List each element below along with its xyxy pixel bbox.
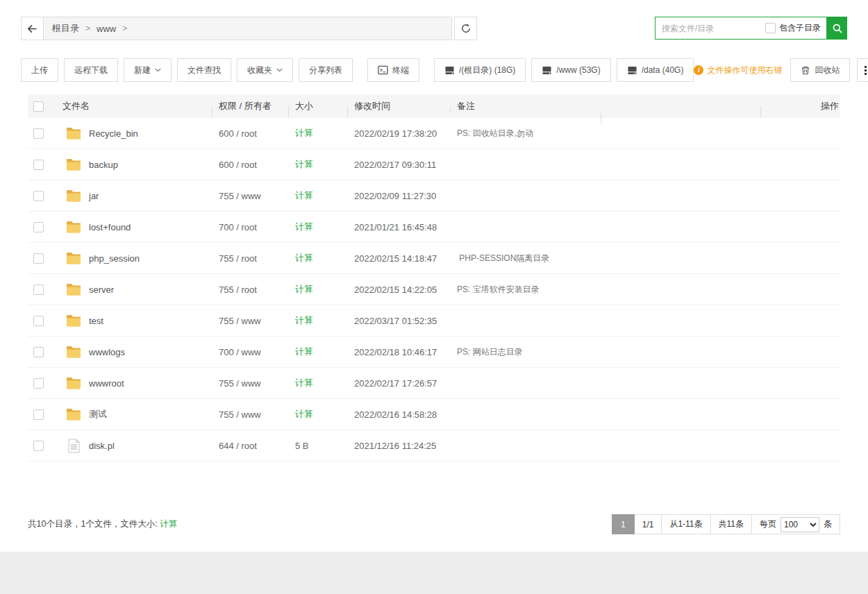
row-checkbox[interactable] [33, 409, 44, 420]
remote-download-button[interactable]: 远程下载 [64, 58, 118, 82]
table-row[interactable]: jar 755 / www 计算 2022/02/09 11:27:30 [28, 180, 840, 212]
file-table-body: Recycle_bin 600 / root 计算 2022/02/19 17:… [28, 118, 840, 461]
disk-icon [627, 66, 637, 75]
folder-icon [65, 343, 82, 360]
search-area: 包含子目录 [655, 17, 847, 40]
file-permission: 755 / www [212, 378, 288, 389]
row-checkbox[interactable] [33, 285, 44, 295]
new-dropdown-button[interactable]: 新建 [124, 58, 172, 82]
row-checkbox[interactable] [33, 253, 44, 264]
terminal-button[interactable]: 终端 [367, 58, 419, 82]
file-size[interactable]: 计算 [295, 190, 313, 201]
folder-icon [65, 312, 82, 329]
table-row[interactable]: wwwroot 755 / www 计算 2022/02/17 17:26:57 [28, 368, 840, 399]
folder-icon [65, 219, 82, 235]
search-button[interactable] [827, 17, 847, 40]
breadcrumb-item-www[interactable]: www [97, 24, 116, 34]
row-checkbox[interactable] [33, 222, 44, 232]
view-toggle-group [857, 58, 868, 82]
page-count: 1/1 [634, 514, 662, 534]
file-size[interactable]: 计算 [295, 409, 313, 419]
file-name[interactable]: server [89, 285, 114, 295]
disk-icon [542, 66, 552, 75]
file-permission: 600 / root [212, 160, 288, 170]
back-arrow-icon [27, 24, 37, 34]
file-name[interactable]: test [89, 316, 103, 326]
file-name[interactable]: lost+found [89, 222, 131, 232]
file-manager-panel: 根目录 > www > 包含子目录 [0, 0, 868, 552]
footer-bar: 共10个目录，1个文件，文件大小: 计算 1 1/1 从1-11条 共11条 每… [28, 514, 840, 534]
select-all-checkbox[interactable] [33, 101, 44, 112]
file-size[interactable]: 计算 [295, 284, 313, 294]
disk-icon [444, 66, 455, 75]
folder-icon [65, 187, 82, 204]
row-checkbox[interactable] [33, 128, 44, 139]
per-page-select[interactable]: 100 [781, 517, 819, 532]
table-row[interactable]: backup 600 / root 计算 2022/02/17 09:30:11 [28, 149, 840, 180]
table-row[interactable]: php_session 755 / root 计算 2022/02/15 14:… [28, 243, 840, 274]
grid-view-button[interactable] [858, 59, 868, 81]
file-size[interactable]: 计算 [295, 221, 313, 232]
table-row[interactable]: test 755 / www 计算 2022/03/17 01:52:35 [28, 305, 840, 337]
breadcrumb-item-root[interactable]: 根目录 [52, 22, 79, 35]
file-name[interactable]: jar [89, 191, 99, 201]
file-note: PS: 网站日志目录 [450, 346, 601, 358]
file-size[interactable]: 计算 [295, 377, 313, 388]
file-name[interactable]: backup [89, 160, 118, 170]
file-table: 文件名 权限 / 所有者 大小 修改时间 备注 操作 Recycle_bin 6… [28, 94, 840, 461]
file-name[interactable]: php_session [89, 253, 140, 264]
recycle-bin-button[interactable]: 回收站 [790, 58, 850, 82]
row-checkbox[interactable] [33, 347, 44, 357]
back-button[interactable] [21, 17, 44, 40]
row-checkbox[interactable] [33, 316, 44, 326]
include-subdir-label: 包含子目录 [779, 22, 821, 34]
row-checkbox[interactable] [33, 191, 44, 201]
calc-total-size-link[interactable]: 计算 [160, 519, 177, 529]
search-input[interactable] [656, 18, 765, 38]
file-name[interactable]: disk.pl [89, 441, 115, 451]
disk-www-button[interactable]: /www (53G) [531, 58, 610, 82]
file-size[interactable]: 计算 [295, 253, 313, 263]
toolbar: 上传 远程下载 新建 文件查找 收藏夹 分享列表 终端 /(根目录) (18G) [21, 58, 847, 82]
file-icon [65, 437, 82, 454]
file-size[interactable]: 计算 [295, 315, 313, 325]
table-row[interactable]: disk.pl 644 / root 5 B 2021/12/16 11:24:… [28, 430, 840, 461]
file-search-button[interactable]: 文件查找 [177, 58, 231, 82]
row-checkbox[interactable] [33, 441, 44, 451]
file-mtime: 2022/02/19 17:38:20 [347, 128, 450, 139]
top-bar: 根目录 > www > 包含子目录 [21, 0, 847, 40]
disk-root-button[interactable]: /(根目录) (18G) [434, 58, 526, 82]
file-note: PHP-SESSION隔离目录 [450, 253, 601, 264]
file-permission: 755 / root [212, 285, 288, 295]
file-mtime: 2022/02/17 17:26:57 [347, 378, 450, 389]
file-name[interactable]: Recycle_bin [89, 128, 138, 139]
page-number-current[interactable]: 1 [612, 514, 635, 534]
file-size[interactable]: 计算 [295, 128, 313, 138]
include-subdir-checkbox[interactable] [765, 23, 776, 33]
refresh-button[interactable] [454, 17, 477, 40]
disk-data-button[interactable]: /data (40G) [617, 58, 694, 82]
file-name[interactable]: 测试 [89, 408, 107, 421]
table-row[interactable]: wwwlogs 700 / www 计算 2022/02/18 10:46:17… [28, 337, 840, 368]
share-list-button[interactable]: 分享列表 [299, 58, 353, 82]
table-row[interactable]: server 755 / root 计算 2022/02/15 14:22:05… [28, 274, 840, 305]
folder-icon [65, 156, 82, 173]
right-click-hint: i 文件操作可使用右键 [694, 65, 782, 76]
table-row[interactable]: Recycle_bin 600 / root 计算 2022/02/19 17:… [28, 118, 840, 149]
folder-icon [65, 281, 82, 298]
file-mtime: 2022/02/16 14:58:28 [347, 409, 450, 420]
row-checkbox[interactable] [33, 378, 44, 389]
upload-button[interactable]: 上传 [21, 58, 58, 82]
terminal-icon [378, 65, 388, 75]
file-name[interactable]: wwwlogs [89, 347, 125, 357]
table-row[interactable]: lost+found 700 / root 计算 2021/01/21 16:4… [28, 212, 840, 243]
file-note: PS: 回收站目录,勿动 [450, 128, 601, 139]
table-row[interactable]: 测试 755 / www 计算 2022/02/16 14:58:28 [28, 399, 840, 430]
file-mtime: 2022/03/17 01:52:35 [347, 316, 450, 326]
pagination: 1 1/1 从1-11条 共11条 每页 100 条 [612, 514, 840, 534]
file-name[interactable]: wwwroot [89, 378, 124, 389]
file-size[interactable]: 计算 [295, 159, 313, 169]
favorites-dropdown-button[interactable]: 收藏夹 [237, 58, 293, 82]
file-size[interactable]: 计算 [295, 346, 313, 357]
row-checkbox[interactable] [33, 160, 44, 170]
